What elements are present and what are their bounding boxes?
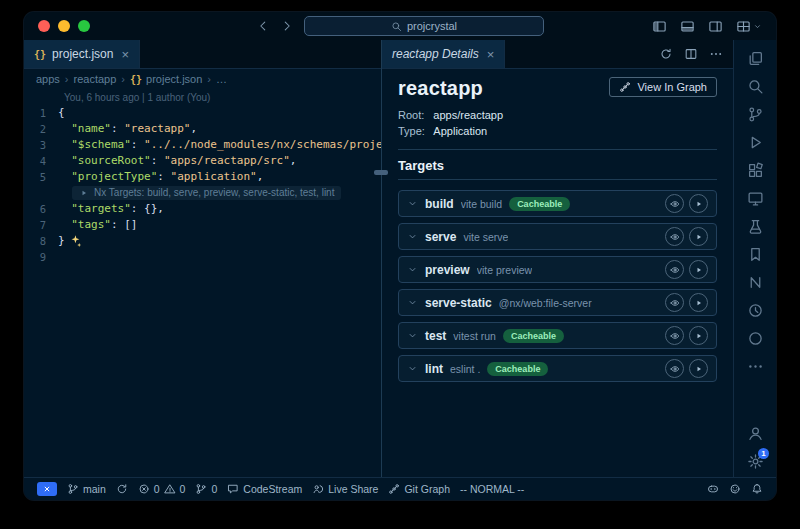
code-line: 7 "tags": []: [24, 217, 381, 233]
chevron-down-icon[interactable]: [407, 198, 418, 209]
run-target-button[interactable]: [689, 227, 708, 246]
nx-targets-hint[interactable]: Nx Targets: build, serve, preview, serve…: [72, 186, 341, 200]
activity-item-bookmarks[interactable]: [734, 240, 776, 268]
chevron-down-icon[interactable]: [407, 231, 418, 242]
activity-item-nx-console[interactable]: [734, 268, 776, 296]
target-row-serve-static[interactable]: serve-static@nx/web:file-server: [398, 289, 717, 316]
chevron-down-icon[interactable]: [407, 363, 418, 374]
activity-item-testing[interactable]: [734, 212, 776, 240]
run-debug-icon: [747, 134, 764, 151]
show-target-config-button[interactable]: [665, 293, 684, 312]
breadcrumb-item[interactable]: …: [216, 73, 227, 85]
activity-item-accounts[interactable]: [734, 419, 776, 447]
sync-icon: [116, 483, 128, 495]
status-item-git-branch[interactable]: main: [62, 478, 111, 500]
bookmarks-icon: [747, 246, 764, 263]
breadcrumb-item[interactable]: reactapp: [74, 73, 117, 85]
target-row-build[interactable]: buildvite buildCacheable: [398, 190, 717, 217]
run-target-button[interactable]: [689, 326, 708, 345]
activity-item-source-control[interactable]: [734, 100, 776, 128]
code-token: "sourceRoot": [71, 153, 150, 169]
status-item-copilot[interactable]: [702, 483, 724, 495]
code-token: }: [58, 233, 65, 249]
activity-item-remote-explorer[interactable]: [734, 184, 776, 212]
activity-item-live-share[interactable]: [734, 324, 776, 352]
target-name: serve-static: [425, 296, 492, 310]
toggle-sidebar-left-icon[interactable]: [652, 19, 667, 34]
close-window-button[interactable]: [38, 20, 50, 32]
code-lines: 1{2 "name": "reactapp",3 "$schema": "../…: [24, 105, 381, 265]
view-in-graph-label: View In Graph: [637, 81, 707, 93]
codestream-icon: [227, 483, 239, 495]
split-editor-icon[interactable]: [684, 47, 698, 61]
activity-item-manage[interactable]: 1: [734, 447, 776, 475]
status-item-vim-mode[interactable]: -- NORMAL --: [455, 478, 529, 500]
code-token: [58, 137, 71, 153]
chevron-down-icon[interactable]: [407, 297, 418, 308]
minimize-window-button[interactable]: [58, 20, 70, 32]
split-sash-handle[interactable]: [374, 170, 388, 175]
view-in-graph-button[interactable]: View In Graph: [609, 77, 717, 97]
activity-bar: 1: [733, 40, 776, 477]
chevron-down-icon[interactable]: [407, 264, 418, 275]
back-icon[interactable]: [256, 19, 270, 33]
copilot-sparkle-icon[interactable]: [68, 234, 82, 248]
title-bar: projcrystal: [24, 12, 776, 40]
status-item-sync-status[interactable]: [111, 478, 133, 500]
details-group: reactapp Details × reactapp View In Grap…: [382, 40, 733, 477]
testing-icon: [747, 218, 764, 235]
status-item-git-graph[interactable]: Git Graph: [383, 478, 455, 500]
activity-item-timeline[interactable]: [734, 296, 776, 324]
tab-reactapp-details[interactable]: reactapp Details ×: [382, 40, 505, 68]
breadcrumb-item[interactable]: apps: [36, 73, 60, 85]
close-tab-icon[interactable]: ×: [121, 48, 129, 61]
show-target-config-button[interactable]: [665, 194, 684, 213]
customize-layout-button[interactable]: [736, 19, 762, 34]
status-item-live-share[interactable]: Live Share: [307, 478, 383, 500]
command-center-search[interactable]: projcrystal: [304, 16, 544, 36]
show-target-config-button[interactable]: [665, 359, 684, 378]
status-item-codestream[interactable]: CodeStream: [222, 478, 307, 500]
toggle-panel-icon[interactable]: [680, 19, 695, 34]
activity-item-extensions[interactable]: [734, 156, 776, 184]
show-target-config-button[interactable]: [665, 326, 684, 345]
status-item-problems[interactable]: 00: [133, 478, 191, 500]
close-tab-icon[interactable]: ×: [487, 48, 495, 61]
activity-item-additional-views[interactable]: [734, 352, 776, 380]
codelens-annotation[interactable]: You, 6 hours ago | 1 author (You): [24, 91, 381, 105]
refresh-icon[interactable]: [659, 47, 673, 61]
target-row-lint[interactable]: linteslint .Cacheable: [398, 355, 717, 382]
target-row-test[interactable]: testvitest runCacheable: [398, 322, 717, 349]
target-row-serve[interactable]: servevite serve: [398, 223, 717, 250]
forward-icon[interactable]: [280, 19, 294, 33]
zoom-window-button[interactable]: [78, 20, 90, 32]
chevron-down-icon[interactable]: [407, 330, 418, 341]
activity-item-run-debug[interactable]: [734, 128, 776, 156]
show-target-config-button[interactable]: [665, 227, 684, 246]
toggle-sidebar-right-icon[interactable]: [708, 19, 723, 34]
target-command: vitest run: [453, 330, 496, 342]
breadcrumb-separator-icon: ›: [65, 73, 69, 85]
tab-project-json[interactable]: {} project.json ×: [24, 40, 140, 68]
eye-icon: [670, 331, 680, 341]
status-item-pull-requests[interactable]: 0: [190, 478, 222, 500]
more-actions-icon[interactable]: [709, 47, 723, 61]
activity-item-search[interactable]: [734, 72, 776, 100]
status-item-feedback[interactable]: [724, 483, 746, 495]
show-target-config-button[interactable]: [665, 260, 684, 279]
run-target-button[interactable]: [689, 359, 708, 378]
target-row-preview[interactable]: previewvite preview: [398, 256, 717, 283]
activity-item-explorer[interactable]: [734, 44, 776, 72]
code-token: [58, 201, 71, 217]
status-item-remote-indicator[interactable]: [32, 478, 62, 500]
run-target-button[interactable]: [689, 194, 708, 213]
status-text: -- NORMAL --: [460, 483, 524, 495]
run-target-button[interactable]: [689, 293, 708, 312]
code-token: ,: [157, 201, 164, 217]
code-editor[interactable]: You, 6 hours ago | 1 author (You) 1{2 "n…: [24, 89, 381, 477]
run-target-button[interactable]: [689, 260, 708, 279]
status-item-notifications[interactable]: [746, 483, 768, 495]
breadcrumb-item[interactable]: {}project.json: [130, 73, 202, 85]
project-root-row: Root: apps/reactapp: [398, 107, 717, 123]
code-token: "targets": [71, 201, 131, 217]
